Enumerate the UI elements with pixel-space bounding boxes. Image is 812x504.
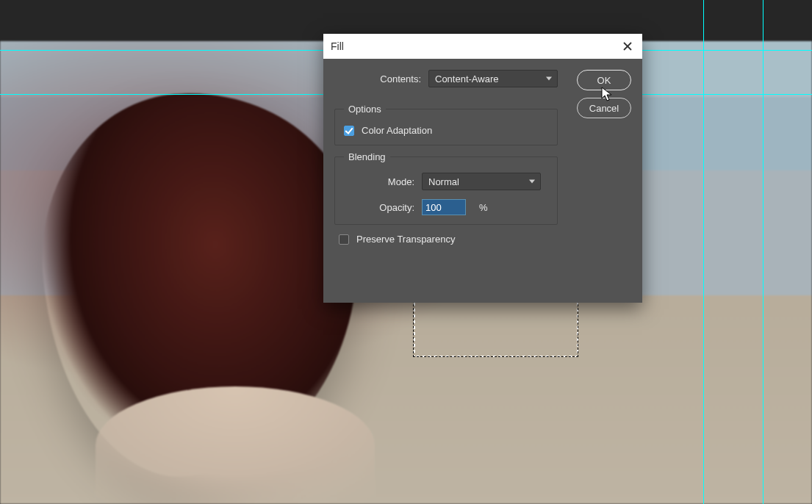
mode-select[interactable]: Normal (422, 173, 541, 190)
guide-vertical[interactable] (703, 0, 704, 504)
contents-select[interactable]: Content-Aware (428, 70, 558, 87)
mode-label: Mode: (344, 176, 414, 187)
cancel-button[interactable]: Cancel (577, 98, 631, 118)
ok-button-label: OK (597, 75, 611, 86)
options-group: Options Color Adaptation (334, 104, 558, 145)
blending-legend: Blending (344, 151, 390, 162)
photo-subject-shoulder (96, 386, 375, 504)
preserve-transparency-label: Preserve Transparency (356, 234, 455, 245)
dialog-titlebar[interactable]: Fill (323, 34, 642, 59)
opacity-input[interactable] (422, 199, 466, 215)
preserve-transparency-checkbox[interactable] (339, 234, 349, 245)
dialog-side-buttons: OK Cancel (577, 70, 631, 118)
color-adaptation-checkbox[interactable] (344, 126, 354, 136)
guide-vertical[interactable] (763, 0, 764, 504)
dialog-title: Fill (331, 40, 344, 52)
cancel-button-label: Cancel (589, 103, 619, 114)
contents-label: Contents: (340, 73, 421, 84)
blending-group: Blending Mode: Normal Opacity: % (334, 151, 558, 225)
color-adaptation-label: Color Adaptation (362, 125, 432, 136)
opacity-suffix: % (479, 202, 488, 213)
preserve-transparency-row: Preserve Transparency (339, 234, 631, 245)
dialog-body: Contents: Content-Aware OK Cancel Option… (323, 59, 642, 303)
options-legend: Options (344, 104, 386, 115)
opacity-label: Opacity: (344, 202, 414, 213)
ok-button[interactable]: OK (577, 70, 631, 90)
close-icon[interactable] (620, 39, 635, 54)
fill-dialog: Fill Contents: Content-Aware OK Cancel (323, 34, 642, 303)
